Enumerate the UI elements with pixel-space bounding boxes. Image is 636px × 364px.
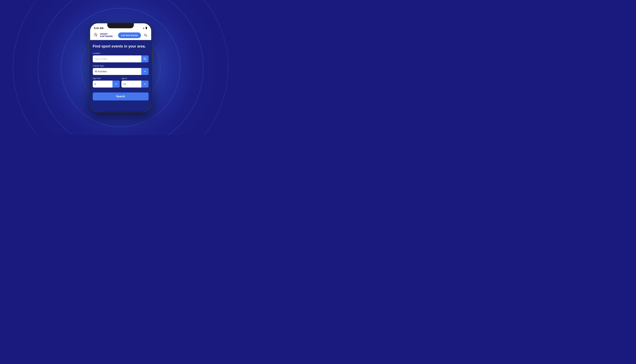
side-button-vol-down bbox=[89, 56, 89, 65]
logo-brand: SPORT bbox=[100, 33, 113, 35]
search-icon bbox=[144, 34, 147, 37]
svg-line-3 bbox=[145, 59, 146, 60]
activity-type-dropdown-button[interactable] bbox=[141, 68, 149, 75]
chevron-down-icon-age-to bbox=[144, 83, 146, 85]
app-header: SPORT SOFTWARE List Your Events bbox=[90, 30, 151, 40]
activity-type-label: Activity Type bbox=[93, 65, 149, 67]
age-to-dropdown-button[interactable] bbox=[141, 80, 149, 88]
location-field-group: Location bbox=[93, 52, 149, 62]
location-input[interactable] bbox=[93, 56, 141, 62]
side-button-silent bbox=[89, 38, 89, 43]
age-from-dropdown-button[interactable] bbox=[112, 80, 120, 88]
age-to-field-group: Age to 21 bbox=[121, 77, 149, 88]
age-to-value: 21 bbox=[121, 80, 141, 88]
side-button-vol-up bbox=[89, 45, 89, 54]
age-to-label: Age to bbox=[121, 77, 149, 80]
hero-title: Find sport events in your area. bbox=[93, 44, 149, 49]
logo-text: SPORT SOFTWARE bbox=[100, 33, 113, 38]
logo-area: SPORT SOFTWARE bbox=[93, 32, 113, 38]
phone-notch bbox=[107, 23, 134, 28]
side-button-power bbox=[152, 48, 153, 61]
chevron-down-icon bbox=[144, 70, 146, 73]
location-input-row bbox=[93, 56, 149, 62]
header-search-button[interactable] bbox=[143, 32, 149, 38]
age-from-select-row[interactable]: 0 bbox=[93, 80, 120, 88]
phone-screen: 9:41 AM ▲ ▊ bbox=[90, 23, 151, 112]
status-time: 9:41 AM bbox=[94, 27, 104, 30]
age-from-field-group: Age from 0 bbox=[93, 77, 120, 88]
location-search-button[interactable] bbox=[141, 56, 149, 62]
location-label: Location bbox=[93, 52, 149, 54]
age-to-select-row[interactable]: 21 bbox=[121, 80, 149, 88]
status-icons: ▲ ▊ bbox=[143, 27, 147, 29]
screen-content: SPORT SOFTWARE List Your Events bbox=[90, 30, 151, 112]
age-from-label: Age from bbox=[93, 77, 120, 80]
age-from-value: 0 bbox=[93, 80, 113, 88]
activity-type-field-group: Activity Type All Activities bbox=[93, 65, 149, 75]
app-content: Find sport events in your area. Location bbox=[90, 40, 151, 112]
svg-line-1 bbox=[146, 36, 147, 36]
logo-product: SOFTWARE bbox=[100, 35, 113, 38]
header-actions: List Your Events bbox=[118, 32, 148, 38]
phone-frame: 9:41 AM ▲ ▊ bbox=[90, 23, 152, 112]
phone-mockup: 9:41 AM ▲ ▊ bbox=[90, 23, 152, 112]
activity-type-select-row[interactable]: All Activities bbox=[93, 68, 149, 75]
logo-icon bbox=[93, 32, 99, 38]
list-events-button[interactable]: List Your Events bbox=[118, 32, 141, 38]
age-row: Age from 0 Age to bbox=[93, 77, 149, 90]
wifi-icon: ▲ bbox=[143, 27, 145, 29]
search-button[interactable]: Search bbox=[93, 92, 149, 100]
battery-icon: ▊ bbox=[146, 27, 147, 29]
chevron-down-icon-age-from bbox=[115, 83, 117, 85]
activity-type-value: All Activities bbox=[93, 68, 141, 75]
location-search-icon bbox=[143, 58, 146, 60]
